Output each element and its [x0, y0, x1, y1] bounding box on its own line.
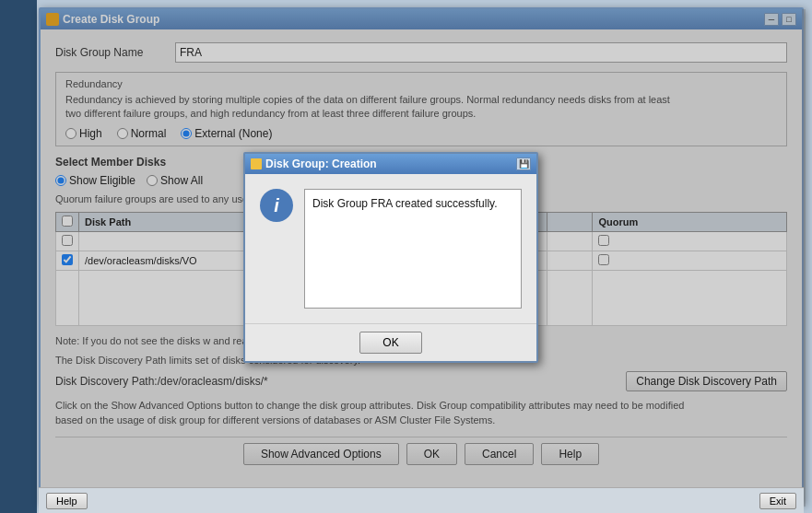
- popup-message-area: Disk Group FRA created successfully.: [304, 189, 522, 309]
- popup-footer: OK: [245, 323, 536, 361]
- popup-title-text: Disk Group: Creation: [265, 157, 377, 170]
- popup-titlebar: Disk Group: Creation 💾: [245, 154, 536, 174]
- bottom-help-button[interactable]: Help: [46, 493, 88, 509]
- disk-group-creation-popup: Disk Group: Creation 💾 i Disk Group FRA …: [243, 152, 538, 363]
- sidebar: [0, 0, 37, 513]
- popup-ok-button[interactable]: OK: [359, 332, 421, 354]
- popup-title-icon: [251, 158, 262, 169]
- popup-save-icon: 💾: [516, 157, 531, 170]
- exit-button[interactable]: Exit: [759, 493, 796, 509]
- info-icon: i: [260, 189, 293, 222]
- create-disk-group-dialog: Create Disk Group ─ □ Disk Group Name Re…: [39, 7, 804, 505]
- popup-body: i Disk Group FRA created successfully.: [245, 174, 536, 323]
- popup-message-text: Disk Group FRA created successfully.: [312, 197, 498, 210]
- help-bar: Help Exit: [39, 487, 804, 513]
- popup-title-area: Disk Group: Creation: [251, 157, 377, 170]
